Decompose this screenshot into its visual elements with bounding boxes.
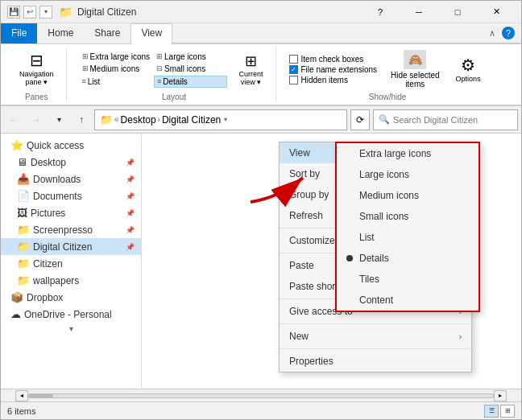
parent-button[interactable]: ↑	[72, 110, 91, 130]
undo-icon[interactable]: ↩	[23, 6, 36, 19]
submenu-extra-large[interactable]: Extra large icons	[337, 143, 478, 164]
dropdown-icon[interactable]: ▾	[39, 6, 52, 19]
view-submenu: Extra large icons Large icons Medium ico…	[335, 142, 480, 312]
tab-share[interactable]: Share	[84, 23, 130, 43]
sidebar-item-desktop[interactable]: 🖥 Desktop 📌	[1, 154, 141, 171]
sidebar-item-wallpapers[interactable]: 📁 wallpapers	[1, 272, 141, 289]
submenu-medium-label: Medium icons	[359, 190, 419, 201]
sidebar-label-pictures: Pictures	[31, 208, 122, 219]
layout-large[interactable]: ⊞ Large icons	[154, 51, 226, 62]
scroll-thumb[interactable]	[29, 394, 53, 397]
item-checkboxes-checkbox[interactable]	[289, 55, 298, 64]
context-item-properties[interactable]: Properties	[280, 351, 471, 372]
back-button[interactable]: ←	[4, 110, 23, 130]
help-icon[interactable]: ?	[502, 27, 515, 39]
sidebar-item-pictures[interactable]: 🖼 Pictures 📌	[1, 204, 141, 221]
sidebar-label-onedrive: OneDrive - Personal	[24, 309, 135, 320]
sidebar-item-downloads[interactable]: 📥 Downloads 📌	[1, 171, 141, 187]
address-path[interactable]: 📁 « Desktop › Digital Citizen ▾	[94, 109, 347, 130]
hide-selected-button[interactable]: 🙈 Hide selecteditems	[387, 47, 444, 91]
submenu-tiles[interactable]: Tiles	[337, 269, 478, 290]
search-box: 🔍	[373, 109, 518, 130]
context-view-label: View	[289, 147, 310, 159]
path-digital-citizen[interactable]: Digital Citizen	[162, 114, 221, 126]
navigation-pane-button[interactable]: ⊟ Navigationpane ▾	[14, 50, 60, 89]
options-label: Options	[456, 75, 481, 83]
scroll-track[interactable]	[28, 393, 494, 398]
sidebar-item-onedrive[interactable]: ☁ OneDrive - Personal	[1, 306, 141, 323]
pin-icon-digital-citizen: 📌	[126, 243, 135, 251]
submenu-small[interactable]: Small icons	[337, 206, 478, 227]
collapse-ribbon-icon[interactable]: ∧	[489, 28, 495, 39]
layout-small[interactable]: ⊟ Small icons	[154, 64, 226, 74]
scroll-left-button[interactable]: ◂	[15, 390, 28, 401]
layout-list[interactable]: ≡ List	[80, 76, 152, 88]
sidebar-expand-button[interactable]: ▾	[1, 323, 141, 335]
item-count: 6 items	[7, 406, 35, 416]
maximize-button[interactable]: □	[439, 1, 476, 23]
folder-icon: 📁	[59, 6, 72, 19]
submenu-details[interactable]: Details	[337, 248, 478, 269]
bullet-details	[346, 255, 353, 261]
path-dropdown-icon[interactable]: ▾	[224, 116, 227, 123]
layout-medium[interactable]: ⊞ Medium icons	[80, 64, 152, 74]
submenu-content[interactable]: Content	[337, 290, 478, 311]
context-item-new[interactable]: New ›	[280, 326, 471, 347]
separator-5	[280, 348, 471, 349]
sidebar-label-quick-access: Quick access	[27, 140, 135, 151]
tab-home[interactable]: Home	[37, 23, 84, 43]
separator-4	[280, 323, 471, 324]
layout-grid: ⊞ Extra large icons ⊞ Large icons ⊞ Medi…	[80, 51, 227, 88]
layout-details[interactable]: ≡ Details	[154, 76, 226, 88]
context-refresh-label: Refresh	[289, 210, 323, 221]
hide-selected-icon: 🙈	[404, 50, 426, 69]
details-label: Details	[163, 77, 188, 86]
panes-label: Panes	[25, 91, 48, 101]
sidebar-item-citizen[interactable]: 📁 Citizen	[1, 255, 141, 272]
list-icon: ≡	[82, 77, 86, 85]
checkboxes-group: Item check boxes ✓ File name extensions …	[289, 55, 378, 84]
sidebar-item-screenpresso[interactable]: 📁 Screenpresso 📌	[1, 221, 141, 238]
path-desktop[interactable]: Desktop	[121, 114, 156, 126]
view-toggle-buttons: ☰ ⊞	[484, 405, 515, 418]
ribbon: File Home Share View ∧ ? ⊟ Navigationpan…	[1, 23, 521, 106]
submenu-medium[interactable]: Medium icons	[337, 185, 478, 206]
submenu-large[interactable]: Large icons	[337, 164, 478, 185]
current-view-label: Currentview ▾	[239, 70, 263, 86]
options-icon: ⚙	[461, 56, 475, 75]
tab-view[interactable]: View	[130, 23, 172, 44]
sidebar-item-quick-access[interactable]: ⭐ Quick access	[1, 137, 141, 154]
context-properties-label: Properties	[289, 356, 334, 367]
close-button[interactable]: ✕	[478, 1, 515, 23]
medium-label: Medium icons	[90, 64, 140, 73]
pin-icon-downloads: 📌	[126, 175, 135, 183]
submenu-small-label: Small icons	[359, 211, 408, 222]
hide-selected-label: Hide selecteditems	[391, 71, 440, 89]
details-view-button[interactable]: ☰	[484, 405, 499, 418]
file-extensions-checkbox[interactable]: ✓	[289, 65, 298, 74]
minimize-button[interactable]: ─	[400, 1, 437, 23]
context-new-arrow: ›	[459, 332, 462, 341]
scroll-right-button[interactable]: ▸	[494, 390, 507, 401]
sidebar-item-dropbox[interactable]: 📦 Dropbox	[1, 289, 141, 306]
refresh-button[interactable]: ⟳	[350, 109, 370, 130]
hidden-items-checkbox[interactable]	[289, 76, 298, 84]
screenpresso-icon: 📁	[17, 224, 30, 236]
current-view-button[interactable]: ⊞ Currentview ▾	[234, 53, 269, 85]
layout-label: Layout	[162, 91, 186, 101]
forward-button[interactable]: →	[27, 110, 46, 130]
search-input[interactable]	[393, 115, 512, 125]
content-area[interactable]: View › Sort by › Group by › Refresh Cust…	[142, 134, 521, 389]
help-button[interactable]: ?	[362, 1, 399, 23]
sidebar-item-documents[interactable]: 📄 Documents 📌	[1, 187, 141, 204]
sidebar-item-digital-citizen[interactable]: 📁 Digital Citizen 📌	[1, 238, 141, 255]
options-button[interactable]: ⚙ Options	[450, 53, 487, 85]
save-icon[interactable]: 💾	[7, 6, 20, 19]
window: 💾 ↩ ▾ 📁 Digital Citizen ? ─ □ ✕ File Hom…	[0, 0, 522, 420]
tab-file[interactable]: File	[1, 23, 37, 43]
icons-view-button[interactable]: ⊞	[500, 405, 515, 418]
submenu-list[interactable]: List	[337, 227, 478, 248]
sidebar-label-digital-citizen: Digital Citizen	[33, 241, 122, 253]
up-button[interactable]: ▾	[49, 110, 68, 130]
layout-extra-large[interactable]: ⊞ Extra large icons	[80, 51, 152, 62]
